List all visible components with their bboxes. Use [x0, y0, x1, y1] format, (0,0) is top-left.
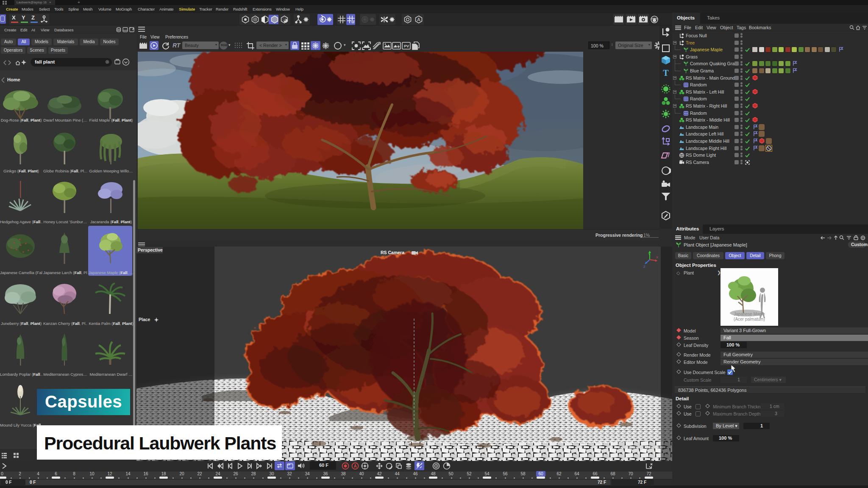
svg-text:Y: Y [648, 252, 651, 256]
svg-text:Z: Z [643, 265, 645, 269]
svg-text:(Acer palmatum): (Acer palmatum) [734, 317, 765, 322]
svg-text:PV: PV [404, 44, 409, 48]
svg-text:A: A [353, 464, 356, 469]
svg-text:X: X [656, 255, 659, 259]
svg-text:A: A [417, 17, 420, 22]
svg-text:T: T [663, 68, 669, 78]
svg-text:Japanese Maple: Japanese Maple [734, 312, 765, 316]
